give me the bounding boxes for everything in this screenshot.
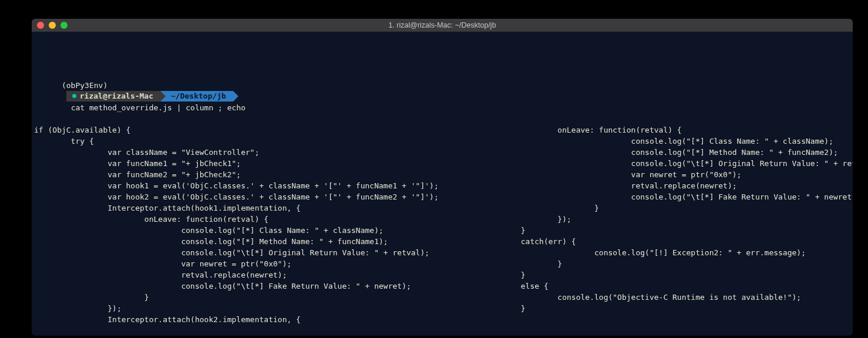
output-column-2: onLeave: function(retval) { console.log(…: [521, 124, 853, 325]
userhost-text: rizal@rizals-Mac: [80, 92, 153, 100]
cwd-text: ~/Desktop/jb: [171, 92, 226, 100]
titlebar: 1. rizal@rizals-Mac: ~/Desktop/jb: [32, 19, 853, 32]
virtualenv-label: (obPy3Env): [62, 81, 107, 90]
command-text: cat method_override.js | column ; echo: [71, 103, 245, 112]
output-column-1: if (ObjC.available) { try { var classNam…: [34, 124, 439, 325]
userhost-chip: rizal@rizals-Mac: [66, 91, 160, 102]
prompt-line-1: (obPy3Env) rizal@rizals-Mac~/Desktop/jb …: [34, 69, 850, 80]
status-dot-icon: [72, 94, 76, 98]
command-output: if (ObjC.available) { try { var classNam…: [34, 124, 850, 325]
cwd-chip: ~/Desktop/jb: [160, 91, 233, 102]
window-title: 1. rizal@rizals-Mac: ~/Desktop/jb: [32, 21, 853, 29]
terminal-body[interactable]: (obPy3Env) rizal@rizals-Mac~/Desktop/jb …: [32, 32, 853, 336]
terminal-window: 1. rizal@rizals-Mac: ~/Desktop/jb (obPy3…: [32, 19, 853, 336]
